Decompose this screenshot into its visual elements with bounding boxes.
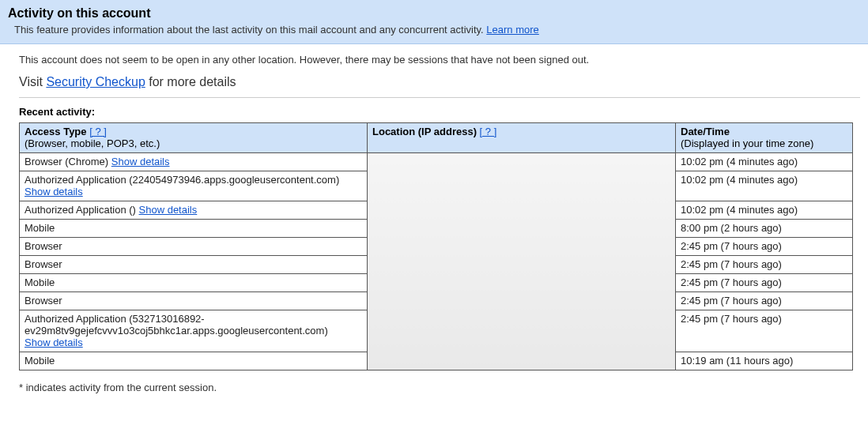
show-details-link[interactable]: Show details bbox=[25, 337, 83, 348]
access-type-cell: Authorized Application () Show details bbox=[20, 201, 368, 220]
banner-description-text: This feature provides information about … bbox=[14, 24, 486, 36]
datetime-cell: 10:19 am (11 hours ago) bbox=[676, 352, 853, 370]
datetime-cell: 2:45 pm (7 hours ago) bbox=[676, 274, 853, 292]
header-location-main: Location (IP address) bbox=[372, 126, 477, 137]
table-header-row: Access Type [ ? ] (Browser, mobile, POP3… bbox=[20, 123, 853, 153]
access-type-text: Mobile bbox=[25, 222, 55, 234]
recent-activity-heading: Recent activity: bbox=[19, 106, 860, 118]
access-type-text: Browser bbox=[25, 258, 62, 270]
access-type-text: Browser bbox=[25, 240, 62, 252]
datetime-cell: 2:45 pm (7 hours ago) bbox=[676, 238, 853, 256]
access-type-cell: Browser bbox=[20, 292, 368, 310]
access-type-text: Authorized Application (224054973946.app… bbox=[25, 174, 339, 186]
header-date-sub: (Displayed in your time zone) bbox=[681, 137, 847, 149]
header-access-sub: (Browser, mobile, POP3, etc.) bbox=[25, 137, 362, 149]
visit-line: Visit Security Checkup for more details bbox=[19, 75, 860, 98]
banner: Activity on this account This feature pr… bbox=[0, 0, 868, 44]
location-help-link[interactable]: [ ? ] bbox=[480, 126, 497, 137]
show-details-link[interactable]: Show details bbox=[111, 156, 170, 167]
header-date-main: Date/Time bbox=[681, 126, 730, 137]
activity-table: Access Type [ ? ] (Browser, mobile, POP3… bbox=[19, 122, 853, 370]
visit-prefix: Visit bbox=[19, 75, 46, 88]
access-type-text: Mobile bbox=[25, 355, 55, 367]
banner-description: This feature provides information about … bbox=[8, 24, 860, 36]
datetime-cell: 10:02 pm (4 minutes ago) bbox=[676, 153, 853, 171]
location-cell bbox=[368, 153, 676, 370]
header-location: Location (IP address) [ ? ] bbox=[368, 123, 676, 153]
datetime-cell: 10:02 pm (4 minutes ago) bbox=[676, 171, 853, 201]
access-type-text: Browser bbox=[25, 295, 62, 307]
access-type-cell: Authorized Application (224054973946.app… bbox=[20, 171, 368, 201]
datetime-cell: 8:00 pm (2 hours ago) bbox=[676, 220, 853, 238]
table-row: Browser (Chrome) Show details10:02 pm (4… bbox=[20, 153, 853, 171]
header-access-type: Access Type [ ? ] (Browser, mobile, POP3… bbox=[20, 123, 368, 153]
security-checkup-link[interactable]: Security Checkup bbox=[46, 75, 145, 88]
access-type-cell: Browser bbox=[20, 238, 368, 256]
show-details-link[interactable]: Show details bbox=[25, 186, 83, 197]
access-type-cell: Browser bbox=[20, 256, 368, 274]
datetime-cell: 2:45 pm (7 hours ago) bbox=[676, 292, 853, 310]
datetime-cell: 2:45 pm (7 hours ago) bbox=[676, 256, 853, 274]
banner-title: Activity on this account bbox=[8, 6, 860, 21]
access-type-text: Mobile bbox=[25, 276, 55, 288]
access-type-help-link[interactable]: [ ? ] bbox=[89, 126, 107, 137]
access-type-cell: Mobile bbox=[20, 274, 368, 292]
header-access-main: Access Type bbox=[25, 126, 87, 137]
access-type-text: Authorized Application (532713016892-ev2… bbox=[25, 313, 328, 337]
learn-more-link[interactable]: Learn more bbox=[486, 24, 538, 36]
access-type-cell: Mobile bbox=[20, 352, 368, 370]
access-type-text: Authorized Application () bbox=[25, 204, 139, 216]
show-details-link[interactable]: Show details bbox=[139, 204, 198, 216]
visit-suffix: for more details bbox=[145, 75, 236, 88]
content-area: This account does not seem to be open in… bbox=[0, 44, 868, 401]
header-datetime: Date/Time (Displayed in your time zone) bbox=[676, 123, 853, 153]
access-type-cell: Authorized Application (532713016892-ev2… bbox=[20, 310, 368, 352]
access-type-cell: Browser (Chrome) Show details bbox=[20, 153, 368, 171]
footnote-text: * indicates activity from the current se… bbox=[19, 382, 860, 393]
access-type-cell: Mobile bbox=[20, 220, 368, 238]
session-status-text: This account does not seem to be open in… bbox=[19, 54, 860, 66]
datetime-cell: 2:45 pm (7 hours ago) bbox=[676, 310, 853, 352]
datetime-cell: 10:02 pm (4 minutes ago) bbox=[676, 201, 853, 220]
access-type-text: Browser (Chrome) bbox=[25, 156, 111, 167]
